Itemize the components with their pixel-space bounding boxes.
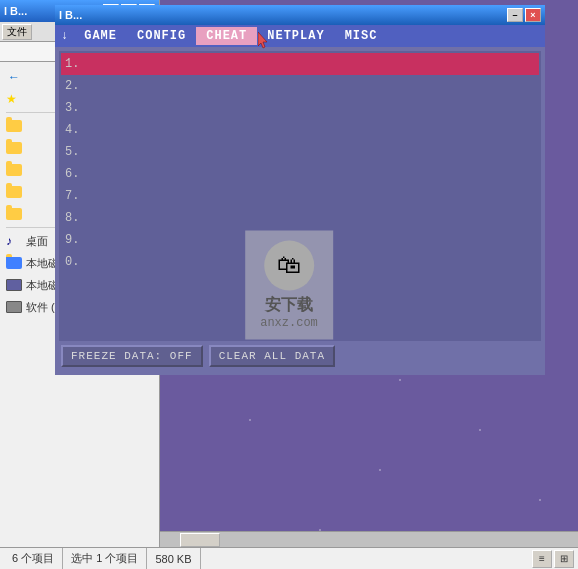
- cheat-row-4[interactable]: 4.: [61, 119, 539, 141]
- items-count-text: 6 个项目: [12, 551, 54, 566]
- cheat-row-num-9: 9.: [65, 233, 85, 247]
- freeze-data-button[interactable]: FREEZE DATA: OFF: [61, 345, 203, 367]
- status-size: 580 KB: [147, 548, 200, 569]
- emulator-window: I B... – × ↓ GAME CONFIG CHEAT NETPLAY M…: [55, 5, 545, 375]
- size-text: 580 KB: [155, 553, 191, 565]
- menu-item-cheat[interactable]: CHEAT: [196, 27, 257, 45]
- drive-icon: [6, 279, 22, 291]
- horizontal-scrollbar[interactable]: [160, 531, 578, 547]
- menu-arrow[interactable]: ↓: [55, 27, 74, 45]
- music-label: 桌面: [26, 234, 48, 249]
- status-selected: 选中 1 个项目: [63, 548, 147, 569]
- desktop-folder-icon: [6, 257, 22, 269]
- star-icon: ★: [6, 92, 17, 106]
- cheat-row-6[interactable]: 6.: [61, 163, 539, 185]
- cheat-row-num-3: 3.: [65, 101, 85, 115]
- cheat-row-num-5: 5.: [65, 145, 85, 159]
- cheat-row-1[interactable]: 1.: [61, 53, 539, 75]
- folder-icon: [6, 142, 22, 154]
- cheat-row-num-4: 4.: [65, 123, 85, 137]
- emulator-title-buttons: – ×: [507, 8, 541, 22]
- cheat-list: 1. 2. 3. 4. 5. 6. 7. 8.: [59, 51, 541, 341]
- file-menu-btn[interactable]: 文件: [2, 24, 32, 40]
- statusbar: 6 个项目 选中 1 个项目 580 KB ≡ ⊞: [0, 547, 578, 569]
- status-view-buttons: ≡ ⊞: [532, 550, 574, 568]
- folder-icon: [6, 186, 22, 198]
- emulator-titlebar: I B... – ×: [55, 5, 545, 25]
- cheat-row-3[interactable]: 3.: [61, 97, 539, 119]
- clear-all-button[interactable]: CLEAR ALL DATA: [209, 345, 335, 367]
- cheat-row-7[interactable]: 7.: [61, 185, 539, 207]
- view-list-button[interactable]: ≡: [532, 550, 552, 568]
- emulator-minimize-button[interactable]: –: [507, 8, 523, 22]
- menu-item-misc[interactable]: MISC: [335, 27, 388, 45]
- status-items-count: 6 个项目: [4, 548, 63, 569]
- cheat-row-8[interactable]: 8.: [61, 207, 539, 229]
- cheat-row-9[interactable]: 9.: [61, 229, 539, 251]
- cheat-row-num-0: 0.: [65, 255, 85, 269]
- menu-item-game[interactable]: GAME: [74, 27, 127, 45]
- view-grid-button[interactable]: ⊞: [554, 550, 574, 568]
- emulator-close-button[interactable]: ×: [525, 8, 541, 22]
- scrollbar-thumb[interactable]: [180, 533, 220, 547]
- music-icon: ♪: [6, 234, 22, 248]
- cheat-row-num-1: 1.: [65, 57, 85, 71]
- cheat-row-num-6: 6.: [65, 167, 85, 181]
- cheat-row-num-8: 8.: [65, 211, 85, 225]
- cheat-row-5[interactable]: 5.: [61, 141, 539, 163]
- cheat-row-0[interactable]: 0.: [61, 251, 539, 273]
- cheat-buttons: FREEZE DATA: OFF CLEAR ALL DATA: [59, 341, 541, 371]
- selected-text: 选中 1 个项目: [71, 551, 138, 566]
- cheat-row-num-2: 2.: [65, 79, 85, 93]
- emulator-title-text: I B...: [59, 9, 507, 21]
- menu-item-netplay[interactable]: NETPLAY: [257, 27, 334, 45]
- folder-icon: [6, 208, 22, 220]
- menu-item-config[interactable]: CONFIG: [127, 27, 196, 45]
- folder-icon: [6, 164, 22, 176]
- cheat-row-num-7: 7.: [65, 189, 85, 203]
- cheat-panel: 1. 2. 3. 4. 5. 6. 7. 8.: [55, 47, 545, 375]
- cheat-row-2[interactable]: 2.: [61, 75, 539, 97]
- back-icon: ←: [6, 70, 22, 84]
- software-drive-icon: [6, 301, 22, 313]
- folder-icon: [6, 120, 22, 132]
- emulator-menubar: ↓ GAME CONFIG CHEAT NETPLAY MISC: [55, 25, 545, 47]
